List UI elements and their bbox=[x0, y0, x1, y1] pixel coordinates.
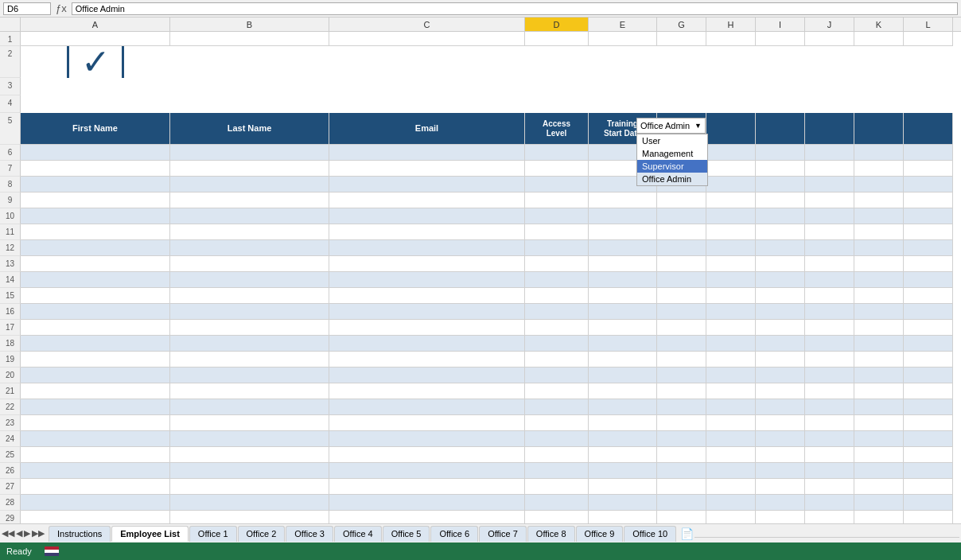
r26-d[interactable] bbox=[525, 463, 589, 479]
r13-c[interactable] bbox=[329, 256, 525, 272]
r20-d[interactable] bbox=[525, 368, 589, 383]
r15-b[interactable] bbox=[170, 288, 329, 304]
r1-e[interactable] bbox=[589, 32, 657, 46]
dropdown-option-supervisor[interactable]: Supervisor bbox=[637, 160, 707, 173]
r15-e[interactable] bbox=[589, 288, 657, 304]
r22-c[interactable] bbox=[329, 399, 525, 415]
r16-c[interactable] bbox=[329, 304, 525, 320]
r27-e[interactable] bbox=[589, 479, 657, 495]
r25-a[interactable] bbox=[21, 447, 170, 463]
r6-c[interactable] bbox=[329, 145, 525, 161]
r14-d[interactable] bbox=[525, 272, 589, 288]
r19-e[interactable] bbox=[589, 352, 657, 368]
r28-a[interactable] bbox=[21, 495, 170, 511]
col-header-c[interactable]: C bbox=[329, 18, 525, 31]
r13-b[interactable] bbox=[170, 256, 329, 272]
sheet-tab-office4[interactable]: Office 4 bbox=[334, 526, 382, 542]
r22-b[interactable] bbox=[170, 399, 329, 415]
r28-e[interactable] bbox=[589, 495, 657, 511]
r18-c[interactable] bbox=[329, 336, 525, 352]
r1-a[interactable] bbox=[21, 32, 170, 46]
col-header-l[interactable]: L bbox=[904, 18, 953, 31]
r9-e[interactable] bbox=[589, 192, 657, 208]
dropdown-select[interactable]: Office Admin ▼ bbox=[636, 118, 706, 134]
r12-c[interactable] bbox=[329, 240, 525, 256]
r18-e[interactable] bbox=[589, 336, 657, 352]
r19-c[interactable] bbox=[329, 352, 525, 368]
r22-d[interactable] bbox=[525, 399, 589, 415]
r19-b[interactable] bbox=[170, 352, 329, 368]
r23-e[interactable] bbox=[589, 415, 657, 431]
r18-d[interactable] bbox=[525, 336, 589, 352]
r12-b[interactable] bbox=[170, 240, 329, 256]
r25-b[interactable] bbox=[170, 447, 329, 463]
r26-e[interactable] bbox=[589, 463, 657, 479]
r29-d[interactable] bbox=[525, 511, 589, 523]
col-header-h[interactable]: H bbox=[706, 18, 756, 31]
r24-e[interactable] bbox=[589, 431, 657, 447]
r14-e[interactable] bbox=[589, 272, 657, 288]
sheet-tab-office3[interactable]: Office 3 bbox=[286, 526, 333, 542]
r21-b[interactable] bbox=[170, 383, 329, 399]
r21-a[interactable] bbox=[21, 383, 170, 399]
r24-d[interactable] bbox=[525, 431, 589, 447]
r20-b[interactable] bbox=[170, 368, 329, 383]
r18-b[interactable] bbox=[170, 336, 329, 352]
col-header-e[interactable]: E bbox=[589, 18, 657, 31]
r10-a[interactable] bbox=[21, 208, 170, 224]
r21-d[interactable] bbox=[525, 383, 589, 399]
r17-e[interactable] bbox=[589, 320, 657, 336]
col-header-k[interactable]: K bbox=[854, 18, 904, 31]
r7-d[interactable] bbox=[525, 161, 589, 177]
r27-a[interactable] bbox=[21, 479, 170, 495]
sheet-tab-office1[interactable]: Office 1 bbox=[189, 526, 237, 542]
r10-c[interactable] bbox=[329, 208, 525, 224]
r10-b[interactable] bbox=[170, 208, 329, 224]
r11-e[interactable] bbox=[589, 224, 657, 240]
r9-c[interactable] bbox=[329, 192, 525, 208]
new-sheet-icon[interactable]: 📄 bbox=[680, 527, 694, 540]
r24-c[interactable] bbox=[329, 431, 525, 447]
formula-input[interactable] bbox=[72, 2, 958, 15]
r8-a[interactable] bbox=[21, 177, 170, 192]
r13-d[interactable] bbox=[525, 256, 589, 272]
col-header-d[interactable]: D bbox=[525, 18, 589, 31]
r20-e[interactable] bbox=[589, 368, 657, 383]
r15-c[interactable] bbox=[329, 288, 525, 304]
r29-c[interactable] bbox=[329, 511, 525, 523]
r7-b[interactable] bbox=[170, 161, 329, 177]
r24-a[interactable] bbox=[21, 431, 170, 447]
r16-b[interactable] bbox=[170, 304, 329, 320]
r18-a[interactable] bbox=[21, 336, 170, 352]
tab-last-icon[interactable]: ▶▶ bbox=[32, 528, 45, 539]
r14-a[interactable] bbox=[21, 272, 170, 288]
r13-e[interactable] bbox=[589, 256, 657, 272]
r6-a[interactable] bbox=[21, 145, 170, 161]
r11-a[interactable] bbox=[21, 224, 170, 240]
col-header-i[interactable]: I bbox=[756, 18, 805, 31]
sheet-tab-office2[interactable]: Office 2 bbox=[238, 526, 286, 542]
r26-b[interactable] bbox=[170, 463, 329, 479]
r29-e[interactable] bbox=[589, 511, 657, 523]
r27-d[interactable] bbox=[525, 479, 589, 495]
r10-d[interactable] bbox=[525, 208, 589, 224]
r26-a[interactable] bbox=[21, 463, 170, 479]
r29-b[interactable] bbox=[170, 511, 329, 523]
r10-e[interactable] bbox=[589, 208, 657, 224]
r1-b[interactable] bbox=[170, 32, 329, 46]
r21-c[interactable] bbox=[329, 383, 525, 399]
r25-e[interactable] bbox=[589, 447, 657, 463]
r7-a[interactable] bbox=[21, 161, 170, 177]
sheet-tab-office6[interactable]: Office 6 bbox=[430, 526, 478, 542]
tab-prev-icon[interactable]: ◀ bbox=[16, 528, 22, 539]
r9-a[interactable] bbox=[21, 192, 170, 208]
r11-c[interactable] bbox=[329, 224, 525, 240]
r17-c[interactable] bbox=[329, 320, 525, 336]
r8-b[interactable] bbox=[170, 177, 329, 192]
r6-b[interactable] bbox=[170, 145, 329, 161]
r20-a[interactable] bbox=[21, 368, 170, 383]
r23-d[interactable] bbox=[525, 415, 589, 431]
r12-e[interactable] bbox=[589, 240, 657, 256]
r28-c[interactable] bbox=[329, 495, 525, 511]
r12-a[interactable] bbox=[21, 240, 170, 256]
